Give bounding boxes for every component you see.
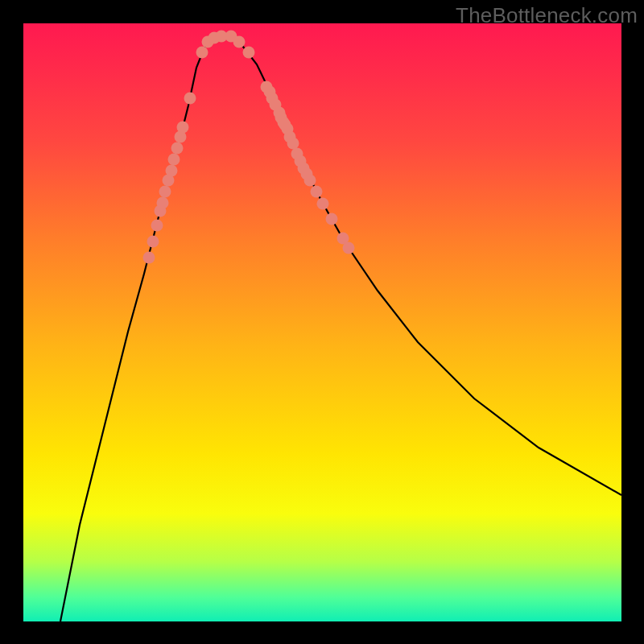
marker-dot xyxy=(343,242,355,254)
marker-dot xyxy=(326,213,338,225)
marker-dot xyxy=(304,175,316,187)
marker-dot xyxy=(157,197,169,209)
marker-dot xyxy=(311,186,323,198)
marker-dot xyxy=(317,198,329,210)
marker-dot xyxy=(233,36,246,48)
plot-area xyxy=(23,23,621,621)
bottleneck-curve xyxy=(60,36,621,621)
watermark-text: TheBottleneck.com xyxy=(456,3,638,28)
chart-frame: TheBottleneck.com xyxy=(0,0,644,644)
marker-dot xyxy=(177,122,189,134)
marker-dot xyxy=(287,138,299,150)
marker-dot xyxy=(184,93,196,105)
marker-dot xyxy=(243,47,255,59)
marker-dot xyxy=(166,165,178,177)
marker-dot xyxy=(147,236,159,248)
marker-dot xyxy=(143,252,155,264)
curve-layer xyxy=(23,23,621,621)
marker-dot xyxy=(171,142,184,155)
marker-dot xyxy=(196,47,208,59)
marker-dot xyxy=(151,220,163,232)
marker-dot xyxy=(159,186,171,198)
marker-dot xyxy=(168,154,180,166)
curve-markers xyxy=(143,31,355,264)
